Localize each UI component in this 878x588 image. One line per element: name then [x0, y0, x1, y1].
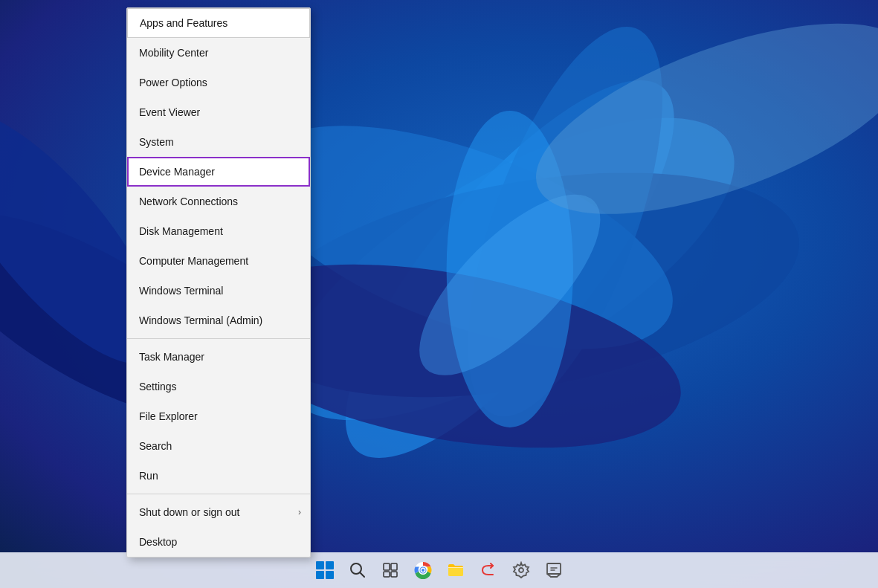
menu-item-network-connections[interactable]: Network Connections: [127, 187, 310, 216]
svg-rect-16: [384, 572, 390, 577]
desktop: Apps and Features Mobility Center Power …: [0, 0, 878, 588]
taskbar: [0, 552, 878, 588]
snip-tool-icon: [545, 561, 563, 579]
menu-item-search[interactable]: Search: [127, 431, 310, 461]
settings-button[interactable]: [506, 555, 536, 585]
context-menu: Apps and Features Mobility Center Power …: [126, 7, 311, 558]
file-explorer-button[interactable]: [441, 555, 471, 585]
menu-item-mobility-center[interactable]: Mobility Center: [127, 38, 310, 68]
search-button[interactable]: [343, 555, 372, 585]
svg-point-21: [422, 569, 425, 572]
menu-item-disk-management[interactable]: Disk Management: [127, 216, 310, 246]
submenu-arrow-icon: ›: [298, 507, 301, 517]
menu-item-power-options[interactable]: Power Options: [127, 68, 310, 97]
chrome-button[interactable]: [408, 555, 438, 585]
menu-item-system[interactable]: System: [127, 127, 310, 157]
menu-item-apps-features[interactable]: Apps and Features: [127, 8, 310, 38]
boomerang-button[interactable]: [474, 555, 503, 585]
taskview-button[interactable]: [375, 555, 405, 585]
start-button[interactable]: [310, 555, 340, 585]
search-icon: [349, 562, 366, 578]
menu-item-device-manager[interactable]: Device Manager: [127, 157, 310, 187]
gear-icon: [512, 561, 530, 579]
menu-separator-1: [127, 338, 310, 339]
taskbar-icons: [310, 555, 569, 585]
file-explorer-icon: [447, 561, 465, 579]
menu-item-event-viewer[interactable]: Event Viewer: [127, 97, 310, 127]
svg-rect-15: [391, 563, 397, 570]
menu-separator-2: [127, 494, 310, 494]
svg-rect-14: [384, 563, 390, 570]
menu-item-desktop[interactable]: Desktop: [127, 527, 310, 557]
menu-item-task-manager[interactable]: Task Manager: [127, 342, 310, 372]
snip-tool-button[interactable]: [539, 555, 569, 585]
menu-item-windows-terminal[interactable]: Windows Terminal: [127, 276, 310, 306]
svg-rect-17: [391, 572, 397, 577]
svg-rect-23: [547, 563, 561, 574]
windows-logo-icon: [316, 561, 334, 579]
menu-item-windows-terminal-admin[interactable]: Windows Terminal (Admin): [127, 306, 310, 335]
taskview-icon: [382, 562, 398, 578]
menu-item-settings[interactable]: Settings: [127, 372, 310, 401]
boomerang-icon: [480, 561, 497, 579]
chrome-icon: [414, 561, 432, 579]
menu-item-computer-management[interactable]: Computer Management: [127, 246, 310, 276]
menu-item-run[interactable]: Run: [127, 461, 310, 491]
menu-item-shut-down[interactable]: Shut down or sign out ›: [127, 497, 310, 527]
menu-item-file-explorer[interactable]: File Explorer: [127, 401, 310, 431]
svg-line-13: [360, 572, 364, 577]
svg-point-22: [519, 568, 523, 572]
